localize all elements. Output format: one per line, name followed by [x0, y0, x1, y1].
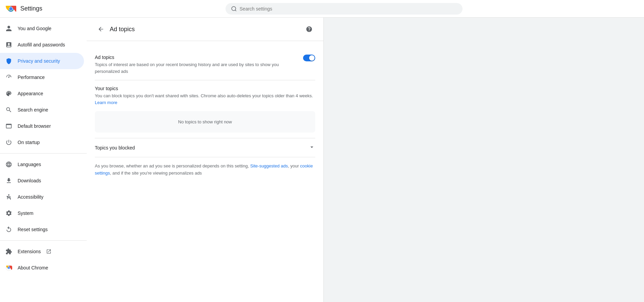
- sidebar-item-reset-settings[interactable]: Reset settings: [0, 221, 84, 238]
- page-title: Settings: [20, 5, 42, 12]
- content-panel: Ad topics Ad topics Topics of interest a…: [87, 18, 324, 302]
- sidebar-item-you-and-google[interactable]: You and Google: [0, 20, 84, 37]
- your-topics-title: Your topics: [95, 86, 315, 91]
- footer-text-before: As you browse, whether an ad you see is …: [95, 163, 250, 168]
- external-link-icon: [46, 249, 51, 254]
- sidebar-divider-2: [0, 240, 87, 241]
- search-icon: [231, 6, 237, 12]
- sidebar-label-search-engine: Search engine: [18, 107, 48, 113]
- sidebar-item-on-startup[interactable]: On startup: [0, 134, 84, 150]
- site-suggested-ads-link[interactable]: Site-suggested ads: [250, 163, 288, 168]
- chrome-logo-icon: [5, 3, 16, 14]
- system-icon: [5, 210, 12, 217]
- sidebar-item-about-chrome[interactable]: About Chrome: [0, 260, 84, 276]
- topics-blocked-label: Topics you blocked: [95, 145, 308, 150]
- ad-topics-title: Ad topics: [110, 26, 300, 33]
- extensions-icon: [5, 248, 12, 255]
- toggle-track: [303, 55, 315, 61]
- sidebar-item-search-engine[interactable]: Search engine: [0, 102, 84, 118]
- search-bar: [226, 3, 463, 15]
- autofill-icon: [5, 41, 12, 48]
- language-icon: [5, 161, 12, 168]
- toggle-thumb: [309, 55, 315, 61]
- svg-point-10: [8, 267, 10, 269]
- sidebar-label-performance: Performance: [18, 75, 45, 80]
- accessibility-icon: [5, 194, 12, 200]
- sidebar-label-reset-settings: Reset settings: [18, 227, 48, 232]
- sidebar-label-about-chrome: About Chrome: [18, 265, 48, 270]
- right-empty-area: [324, 18, 644, 302]
- sidebar-label-privacy-security: Privacy and security: [18, 58, 60, 64]
- sidebar-label-autofill: Autofill and passwords: [18, 42, 65, 47]
- help-button[interactable]: [303, 23, 315, 35]
- top-bar: Settings: [0, 0, 644, 18]
- content-section: Ad topics Topics of interest are based o…: [87, 41, 323, 190]
- sidebar-label-you-and-google: You and Google: [18, 26, 51, 31]
- sidebar-item-privacy-security[interactable]: Privacy and security: [0, 53, 84, 69]
- sidebar-label-extensions: Extensions: [18, 249, 41, 254]
- sidebar-item-autofill[interactable]: Autofill and passwords: [0, 37, 84, 53]
- your-topics-desc-text: You can block topics you don't want shar…: [95, 93, 313, 98]
- footer-text-between: , your: [288, 163, 300, 168]
- search-engine-icon: [5, 106, 12, 113]
- sidebar-label-default-browser: Default browser: [18, 123, 51, 129]
- shield-icon: [5, 58, 12, 64]
- sidebar-item-languages[interactable]: Languages: [0, 156, 84, 173]
- sidebar-label-system: System: [18, 210, 34, 216]
- sidebar-label-on-startup: On startup: [18, 140, 40, 145]
- sidebar-item-default-browser[interactable]: Default browser: [0, 118, 84, 134]
- chevron-down-icon: [308, 144, 315, 152]
- sidebar-label-accessibility: Accessibility: [18, 194, 43, 200]
- svg-line-5: [235, 10, 236, 11]
- main-layout: You and Google Autofill and passwords Pr…: [0, 18, 644, 302]
- sidebar-divider: [0, 153, 87, 154]
- svg-point-3: [9, 7, 13, 11]
- sidebar-item-appearance[interactable]: Appearance: [0, 85, 84, 102]
- browser-icon: [5, 123, 12, 129]
- learn-more-link[interactable]: Learn more: [95, 100, 117, 105]
- ad-topics-toggle[interactable]: [303, 55, 315, 61]
- ad-topics-setting-row: Ad topics Topics of interest are based o…: [95, 49, 315, 80]
- ad-topics-description: Topics of interest are based on your rec…: [95, 61, 298, 75]
- footer-text-after: , and if the site you're viewing persona…: [110, 170, 202, 176]
- sidebar-item-extensions[interactable]: Extensions: [0, 243, 84, 260]
- sidebar-item-performance[interactable]: Performance: [0, 69, 84, 85]
- topics-blocked-row[interactable]: Topics you blocked: [95, 138, 315, 157]
- sidebar-item-system[interactable]: System: [0, 205, 84, 221]
- svg-point-4: [232, 6, 236, 11]
- sidebar-item-accessibility[interactable]: Accessibility: [0, 189, 84, 205]
- footer-text: As you browse, whether an ad you see is …: [95, 157, 315, 182]
- appearance-icon: [5, 90, 12, 97]
- content-area: Ad topics Ad topics Topics of interest a…: [87, 18, 644, 302]
- person-icon: [5, 25, 12, 32]
- no-topics-placeholder: No topics to show right now: [95, 111, 315, 133]
- search-input[interactable]: [240, 6, 457, 12]
- sidebar-item-downloads[interactable]: Downloads: [0, 173, 84, 189]
- performance-icon: [5, 74, 12, 81]
- sidebar-label-languages: Languages: [18, 162, 41, 167]
- ad-topics-header: Ad topics: [87, 18, 323, 41]
- your-topics-section: Your topics You can block topics you don…: [95, 80, 315, 138]
- sidebar-label-appearance: Appearance: [18, 91, 43, 96]
- reset-icon: [5, 226, 12, 233]
- your-topics-description: You can block topics you don't want shar…: [95, 93, 315, 106]
- ad-topics-text: Ad topics Topics of interest are based o…: [95, 55, 298, 75]
- back-button[interactable]: [95, 23, 107, 35]
- sidebar-label-downloads: Downloads: [18, 178, 41, 183]
- chrome-icon: [5, 264, 12, 271]
- sidebar: You and Google Autofill and passwords Pr…: [0, 18, 87, 302]
- download-icon: [5, 177, 12, 184]
- svg-point-6: [8, 194, 9, 195]
- startup-icon: [5, 139, 12, 146]
- ad-topics-name: Ad topics: [95, 55, 298, 60]
